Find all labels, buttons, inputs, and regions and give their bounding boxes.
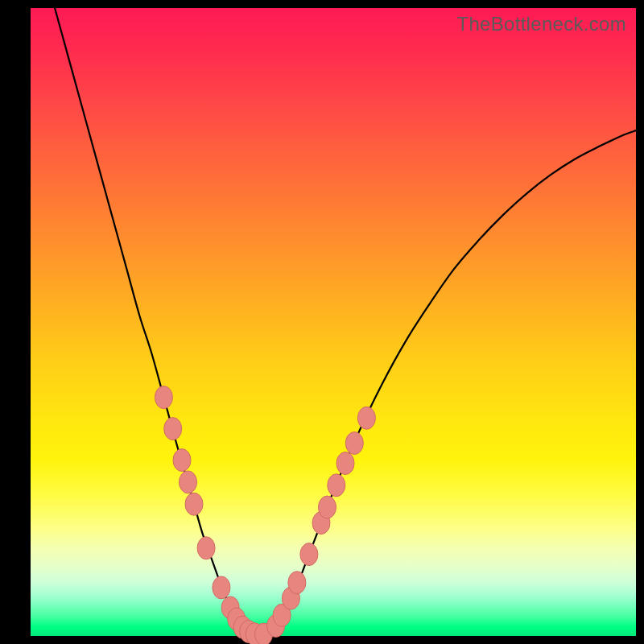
curve-markers [155,386,375,644]
curve-marker [319,496,336,518]
curve-marker [328,474,345,497]
curve-marker [345,432,363,455]
curve-marker [300,543,318,566]
curve-marker [185,493,203,515]
curve-marker [336,452,354,475]
chart-svg [31,8,636,636]
curve-marker [357,407,375,429]
curve-marker [180,471,197,493]
curve-marker [155,386,172,409]
chart-frame: TheBottleneck.com [0,0,644,644]
curve-marker [288,572,306,594]
curve-marker [213,576,230,599]
curve-line [55,8,636,635]
plot-area: TheBottleneck.com [31,8,636,636]
curve-marker [164,418,182,440]
curve-marker [173,449,191,472]
curve-marker [197,537,215,559]
